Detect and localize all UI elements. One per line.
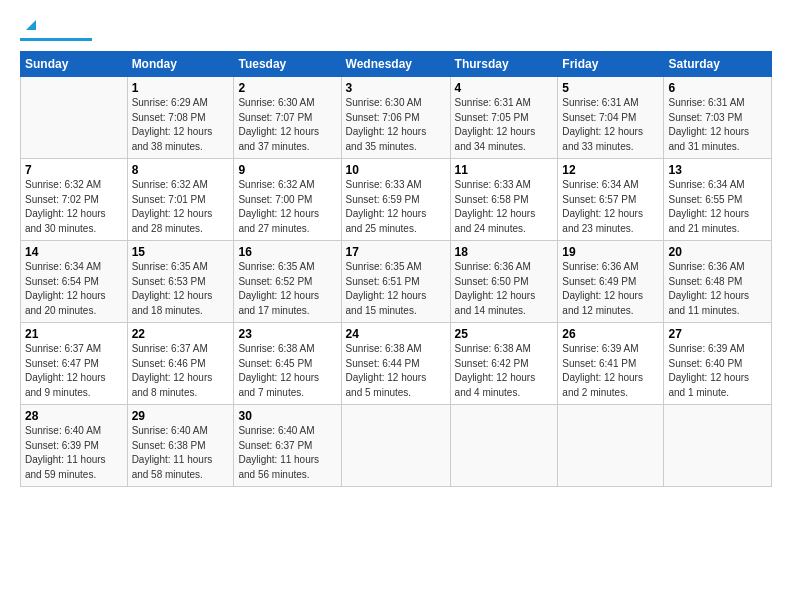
- day-cell: 19Sunrise: 6:36 AMSunset: 6:49 PMDayligh…: [558, 241, 664, 323]
- day-number: 22: [132, 327, 230, 341]
- svg-marker-0: [26, 20, 36, 30]
- day-cell: 14Sunrise: 6:34 AMSunset: 6:54 PMDayligh…: [21, 241, 128, 323]
- day-info: Sunrise: 6:30 AMSunset: 7:07 PMDaylight:…: [238, 96, 336, 154]
- day-number: 11: [455, 163, 554, 177]
- day-cell: 13Sunrise: 6:34 AMSunset: 6:55 PMDayligh…: [664, 159, 772, 241]
- day-info: Sunrise: 6:30 AMSunset: 7:06 PMDaylight:…: [346, 96, 446, 154]
- day-info: Sunrise: 6:31 AMSunset: 7:03 PMDaylight:…: [668, 96, 767, 154]
- day-info: Sunrise: 6:38 AMSunset: 6:42 PMDaylight:…: [455, 342, 554, 400]
- day-number: 26: [562, 327, 659, 341]
- day-number: 20: [668, 245, 767, 259]
- day-number: 23: [238, 327, 336, 341]
- day-info: Sunrise: 6:36 AMSunset: 6:48 PMDaylight:…: [668, 260, 767, 318]
- day-cell: 5Sunrise: 6:31 AMSunset: 7:04 PMDaylight…: [558, 77, 664, 159]
- day-cell: 21Sunrise: 6:37 AMSunset: 6:47 PMDayligh…: [21, 323, 128, 405]
- day-cell: 3Sunrise: 6:30 AMSunset: 7:06 PMDaylight…: [341, 77, 450, 159]
- day-number: 3: [346, 81, 446, 95]
- day-number: 1: [132, 81, 230, 95]
- day-info: Sunrise: 6:40 AMSunset: 6:39 PMDaylight:…: [25, 424, 123, 482]
- day-number: 8: [132, 163, 230, 177]
- day-number: 16: [238, 245, 336, 259]
- logo-icon: [22, 16, 40, 34]
- day-number: 24: [346, 327, 446, 341]
- day-cell: 10Sunrise: 6:33 AMSunset: 6:59 PMDayligh…: [341, 159, 450, 241]
- day-number: 13: [668, 163, 767, 177]
- day-number: 30: [238, 409, 336, 423]
- day-cell: 6Sunrise: 6:31 AMSunset: 7:03 PMDaylight…: [664, 77, 772, 159]
- day-cell: 16Sunrise: 6:35 AMSunset: 6:52 PMDayligh…: [234, 241, 341, 323]
- day-number: 21: [25, 327, 123, 341]
- day-cell: 4Sunrise: 6:31 AMSunset: 7:05 PMDaylight…: [450, 77, 558, 159]
- day-cell: 25Sunrise: 6:38 AMSunset: 6:42 PMDayligh…: [450, 323, 558, 405]
- day-cell: 24Sunrise: 6:38 AMSunset: 6:44 PMDayligh…: [341, 323, 450, 405]
- day-cell: [558, 405, 664, 487]
- day-info: Sunrise: 6:31 AMSunset: 7:04 PMDaylight:…: [562, 96, 659, 154]
- day-number: 27: [668, 327, 767, 341]
- day-cell: 9Sunrise: 6:32 AMSunset: 7:00 PMDaylight…: [234, 159, 341, 241]
- col-saturday: Saturday: [664, 52, 772, 77]
- week-row-1: 1Sunrise: 6:29 AMSunset: 7:08 PMDaylight…: [21, 77, 772, 159]
- week-row-2: 7Sunrise: 6:32 AMSunset: 7:02 PMDaylight…: [21, 159, 772, 241]
- col-wednesday: Wednesday: [341, 52, 450, 77]
- day-number: 4: [455, 81, 554, 95]
- day-number: 28: [25, 409, 123, 423]
- day-number: 15: [132, 245, 230, 259]
- day-info: Sunrise: 6:39 AMSunset: 6:41 PMDaylight:…: [562, 342, 659, 400]
- week-row-5: 28Sunrise: 6:40 AMSunset: 6:39 PMDayligh…: [21, 405, 772, 487]
- day-number: 19: [562, 245, 659, 259]
- day-cell: 2Sunrise: 6:30 AMSunset: 7:07 PMDaylight…: [234, 77, 341, 159]
- day-info: Sunrise: 6:34 AMSunset: 6:57 PMDaylight:…: [562, 178, 659, 236]
- day-number: 17: [346, 245, 446, 259]
- day-info: Sunrise: 6:40 AMSunset: 6:38 PMDaylight:…: [132, 424, 230, 482]
- day-info: Sunrise: 6:37 AMSunset: 6:46 PMDaylight:…: [132, 342, 230, 400]
- day-cell: 22Sunrise: 6:37 AMSunset: 6:46 PMDayligh…: [127, 323, 234, 405]
- day-cell: 15Sunrise: 6:35 AMSunset: 6:53 PMDayligh…: [127, 241, 234, 323]
- day-number: 2: [238, 81, 336, 95]
- day-info: Sunrise: 6:37 AMSunset: 6:47 PMDaylight:…: [25, 342, 123, 400]
- day-cell: 30Sunrise: 6:40 AMSunset: 6:37 PMDayligh…: [234, 405, 341, 487]
- day-info: Sunrise: 6:35 AMSunset: 6:52 PMDaylight:…: [238, 260, 336, 318]
- day-info: Sunrise: 6:34 AMSunset: 6:55 PMDaylight:…: [668, 178, 767, 236]
- day-cell: [341, 405, 450, 487]
- day-cell: 12Sunrise: 6:34 AMSunset: 6:57 PMDayligh…: [558, 159, 664, 241]
- day-info: Sunrise: 6:32 AMSunset: 7:02 PMDaylight:…: [25, 178, 123, 236]
- day-cell: [450, 405, 558, 487]
- day-cell: 1Sunrise: 6:29 AMSunset: 7:08 PMDaylight…: [127, 77, 234, 159]
- week-row-3: 14Sunrise: 6:34 AMSunset: 6:54 PMDayligh…: [21, 241, 772, 323]
- day-number: 5: [562, 81, 659, 95]
- col-friday: Friday: [558, 52, 664, 77]
- col-thursday: Thursday: [450, 52, 558, 77]
- day-info: Sunrise: 6:40 AMSunset: 6:37 PMDaylight:…: [238, 424, 336, 482]
- day-number: 6: [668, 81, 767, 95]
- day-cell: 17Sunrise: 6:35 AMSunset: 6:51 PMDayligh…: [341, 241, 450, 323]
- day-number: 10: [346, 163, 446, 177]
- logo-underline: [20, 38, 92, 41]
- day-info: Sunrise: 6:35 AMSunset: 6:53 PMDaylight:…: [132, 260, 230, 318]
- day-number: 18: [455, 245, 554, 259]
- page: Sunday Monday Tuesday Wednesday Thursday…: [0, 0, 792, 612]
- day-cell: 28Sunrise: 6:40 AMSunset: 6:39 PMDayligh…: [21, 405, 128, 487]
- day-cell: 7Sunrise: 6:32 AMSunset: 7:02 PMDaylight…: [21, 159, 128, 241]
- day-cell: [21, 77, 128, 159]
- col-sunday: Sunday: [21, 52, 128, 77]
- logo: [20, 16, 92, 41]
- day-cell: 23Sunrise: 6:38 AMSunset: 6:45 PMDayligh…: [234, 323, 341, 405]
- day-info: Sunrise: 6:31 AMSunset: 7:05 PMDaylight:…: [455, 96, 554, 154]
- day-cell: 11Sunrise: 6:33 AMSunset: 6:58 PMDayligh…: [450, 159, 558, 241]
- day-info: Sunrise: 6:38 AMSunset: 6:45 PMDaylight:…: [238, 342, 336, 400]
- day-number: 29: [132, 409, 230, 423]
- col-tuesday: Tuesday: [234, 52, 341, 77]
- day-cell: 29Sunrise: 6:40 AMSunset: 6:38 PMDayligh…: [127, 405, 234, 487]
- day-info: Sunrise: 6:33 AMSunset: 6:58 PMDaylight:…: [455, 178, 554, 236]
- week-row-4: 21Sunrise: 6:37 AMSunset: 6:47 PMDayligh…: [21, 323, 772, 405]
- day-number: 25: [455, 327, 554, 341]
- day-info: Sunrise: 6:36 AMSunset: 6:49 PMDaylight:…: [562, 260, 659, 318]
- day-number: 14: [25, 245, 123, 259]
- calendar-table: Sunday Monday Tuesday Wednesday Thursday…: [20, 51, 772, 487]
- day-number: 7: [25, 163, 123, 177]
- day-info: Sunrise: 6:29 AMSunset: 7:08 PMDaylight:…: [132, 96, 230, 154]
- col-monday: Monday: [127, 52, 234, 77]
- day-cell: 20Sunrise: 6:36 AMSunset: 6:48 PMDayligh…: [664, 241, 772, 323]
- day-info: Sunrise: 6:35 AMSunset: 6:51 PMDaylight:…: [346, 260, 446, 318]
- day-number: 9: [238, 163, 336, 177]
